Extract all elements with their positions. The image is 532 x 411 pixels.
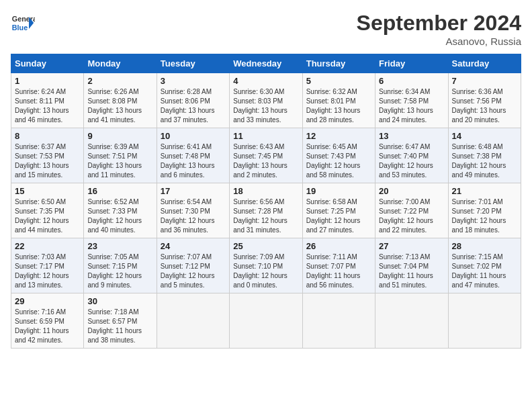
day-info: Sunrise: 6:36 AMSunset: 7:56 PMDaylight:… — [452, 87, 517, 125]
location: Asanovo, Russia — [357, 36, 521, 47]
table-cell: 25Sunrise: 7:09 AMSunset: 7:10 PMDayligh… — [230, 238, 302, 293]
day-info: Sunrise: 6:34 AMSunset: 7:58 PMDaylight:… — [379, 87, 444, 125]
col-thursday: Thursday — [302, 54, 375, 73]
day-number: 26 — [306, 241, 371, 251]
day-number: 22 — [15, 241, 80, 251]
table-cell: 1Sunrise: 6:24 AMSunset: 8:11 PMDaylight… — [11, 73, 84, 128]
month-title: September 2024 — [357, 11, 521, 36]
table-cell: 5Sunrise: 6:32 AMSunset: 8:01 PMDaylight… — [302, 73, 375, 128]
calendar-body: 1Sunrise: 6:24 AMSunset: 8:11 PMDaylight… — [11, 73, 521, 349]
calendar-table: Sunday Monday Tuesday Wednesday Thursday… — [11, 54, 521, 349]
day-info: Sunrise: 7:16 AMSunset: 6:59 PMDaylight:… — [15, 308, 80, 345]
day-info: Sunrise: 6:56 AMSunset: 7:28 PMDaylight:… — [233, 197, 298, 235]
day-info: Sunrise: 6:47 AMSunset: 7:40 PMDaylight:… — [379, 142, 444, 180]
day-number: 4 — [233, 76, 298, 86]
table-row: 29Sunrise: 7:16 AMSunset: 6:59 PMDayligh… — [11, 293, 521, 349]
day-number: 12 — [306, 131, 371, 141]
table-cell: 17Sunrise: 6:54 AMSunset: 7:30 PMDayligh… — [157, 183, 229, 238]
table-cell: 3Sunrise: 6:28 AMSunset: 8:06 PMDaylight… — [157, 73, 229, 128]
page-header: General Blue September 2024 Asanovo, Rus… — [11, 11, 521, 47]
day-number: 21 — [452, 186, 517, 196]
table-cell: 9Sunrise: 6:39 AMSunset: 7:51 PMDaylight… — [84, 128, 157, 183]
day-number: 6 — [379, 76, 444, 86]
table-cell: 11Sunrise: 6:43 AMSunset: 7:45 PMDayligh… — [230, 128, 302, 183]
day-number: 11 — [233, 131, 298, 141]
day-number: 20 — [379, 186, 444, 196]
logo: General Blue — [11, 11, 35, 35]
day-number: 23 — [87, 241, 152, 251]
day-info: Sunrise: 6:58 AMSunset: 7:25 PMDaylight:… — [306, 197, 371, 235]
header-row: Sunday Monday Tuesday Wednesday Thursday… — [11, 54, 521, 73]
day-info: Sunrise: 7:18 AMSunset: 6:57 PMDaylight:… — [87, 308, 152, 345]
day-number: 24 — [161, 241, 226, 251]
day-info: Sunrise: 7:05 AMSunset: 7:15 PMDaylight:… — [87, 253, 152, 290]
table-row: 8Sunrise: 6:37 AMSunset: 7:53 PMDaylight… — [11, 128, 521, 183]
day-number: 28 — [452, 241, 517, 251]
table-cell: 4Sunrise: 6:30 AMSunset: 8:03 PMDaylight… — [230, 73, 302, 128]
day-number: 17 — [161, 186, 226, 196]
day-number: 7 — [452, 76, 517, 86]
table-cell: 6Sunrise: 6:34 AMSunset: 7:58 PMDaylight… — [375, 73, 448, 128]
table-row: 1Sunrise: 6:24 AMSunset: 8:11 PMDaylight… — [11, 73, 521, 128]
col-tuesday: Tuesday — [157, 54, 229, 73]
day-info: Sunrise: 6:32 AMSunset: 8:01 PMDaylight:… — [306, 87, 371, 125]
day-info: Sunrise: 6:41 AMSunset: 7:48 PMDaylight:… — [161, 142, 226, 180]
table-cell: 16Sunrise: 6:52 AMSunset: 7:33 PMDayligh… — [84, 183, 157, 238]
day-number: 14 — [452, 131, 517, 141]
table-cell: 24Sunrise: 7:07 AMSunset: 7:12 PMDayligh… — [157, 238, 229, 293]
table-cell — [302, 293, 375, 349]
day-info: Sunrise: 6:48 AMSunset: 7:38 PMDaylight:… — [452, 142, 517, 180]
table-cell — [448, 293, 521, 349]
day-info: Sunrise: 6:45 AMSunset: 7:43 PMDaylight:… — [306, 142, 371, 180]
day-info: Sunrise: 6:26 AMSunset: 8:08 PMDaylight:… — [87, 87, 152, 125]
table-cell: 8Sunrise: 6:37 AMSunset: 7:53 PMDaylight… — [11, 128, 84, 183]
day-info: Sunrise: 6:24 AMSunset: 8:11 PMDaylight:… — [15, 87, 80, 125]
day-info: Sunrise: 7:03 AMSunset: 7:17 PMDaylight:… — [15, 253, 80, 290]
table-cell: 29Sunrise: 7:16 AMSunset: 6:59 PMDayligh… — [11, 293, 84, 349]
day-number: 19 — [306, 186, 371, 196]
day-info: Sunrise: 6:30 AMSunset: 8:03 PMDaylight:… — [233, 87, 298, 125]
day-info: Sunrise: 6:50 AMSunset: 7:35 PMDaylight:… — [15, 197, 80, 235]
table-cell: 2Sunrise: 6:26 AMSunset: 8:08 PMDaylight… — [84, 73, 157, 128]
day-info: Sunrise: 7:09 AMSunset: 7:10 PMDaylight:… — [233, 253, 298, 290]
table-cell: 30Sunrise: 7:18 AMSunset: 6:57 PMDayligh… — [84, 293, 157, 349]
table-cell: 13Sunrise: 6:47 AMSunset: 7:40 PMDayligh… — [375, 128, 448, 183]
table-cell: 27Sunrise: 7:13 AMSunset: 7:04 PMDayligh… — [375, 238, 448, 293]
day-number: 27 — [379, 241, 444, 251]
table-cell: 26Sunrise: 7:11 AMSunset: 7:07 PMDayligh… — [302, 238, 375, 293]
table-cell — [157, 293, 229, 349]
day-info: Sunrise: 6:28 AMSunset: 8:06 PMDaylight:… — [161, 87, 226, 125]
day-number: 8 — [15, 131, 80, 141]
col-friday: Friday — [375, 54, 448, 73]
table-cell: 14Sunrise: 6:48 AMSunset: 7:38 PMDayligh… — [448, 128, 521, 183]
day-info: Sunrise: 6:54 AMSunset: 7:30 PMDaylight:… — [161, 197, 226, 235]
table-cell: 23Sunrise: 7:05 AMSunset: 7:15 PMDayligh… — [84, 238, 157, 293]
day-number: 5 — [306, 76, 371, 86]
day-number: 1 — [15, 76, 80, 86]
title-block: September 2024 Asanovo, Russia — [357, 11, 521, 47]
table-cell: 10Sunrise: 6:41 AMSunset: 7:48 PMDayligh… — [157, 128, 229, 183]
col-wednesday: Wednesday — [230, 54, 302, 73]
table-row: 15Sunrise: 6:50 AMSunset: 7:35 PMDayligh… — [11, 183, 521, 238]
day-info: Sunrise: 7:07 AMSunset: 7:12 PMDaylight:… — [161, 253, 226, 290]
day-number: 30 — [87, 296, 152, 306]
table-cell: 28Sunrise: 7:15 AMSunset: 7:02 PMDayligh… — [448, 238, 521, 293]
col-saturday: Saturday — [448, 54, 521, 73]
table-row: 22Sunrise: 7:03 AMSunset: 7:17 PMDayligh… — [11, 238, 521, 293]
day-number: 10 — [161, 131, 226, 141]
day-info: Sunrise: 7:11 AMSunset: 7:07 PMDaylight:… — [306, 253, 371, 290]
day-number: 29 — [15, 296, 80, 306]
table-cell: 7Sunrise: 6:36 AMSunset: 7:56 PMDaylight… — [448, 73, 521, 128]
day-info: Sunrise: 7:01 AMSunset: 7:20 PMDaylight:… — [452, 197, 517, 235]
logo-icon: General Blue — [11, 11, 35, 35]
table-cell: 22Sunrise: 7:03 AMSunset: 7:17 PMDayligh… — [11, 238, 84, 293]
table-cell: 21Sunrise: 7:01 AMSunset: 7:20 PMDayligh… — [448, 183, 521, 238]
day-number: 15 — [15, 186, 80, 196]
day-info: Sunrise: 6:52 AMSunset: 7:33 PMDaylight:… — [87, 197, 152, 235]
table-cell: 15Sunrise: 6:50 AMSunset: 7:35 PMDayligh… — [11, 183, 84, 238]
day-number: 2 — [87, 76, 152, 86]
day-info: Sunrise: 6:39 AMSunset: 7:51 PMDaylight:… — [87, 142, 152, 180]
day-info: Sunrise: 6:37 AMSunset: 7:53 PMDaylight:… — [15, 142, 80, 180]
table-cell: 12Sunrise: 6:45 AMSunset: 7:43 PMDayligh… — [302, 128, 375, 183]
day-number: 3 — [161, 76, 226, 86]
